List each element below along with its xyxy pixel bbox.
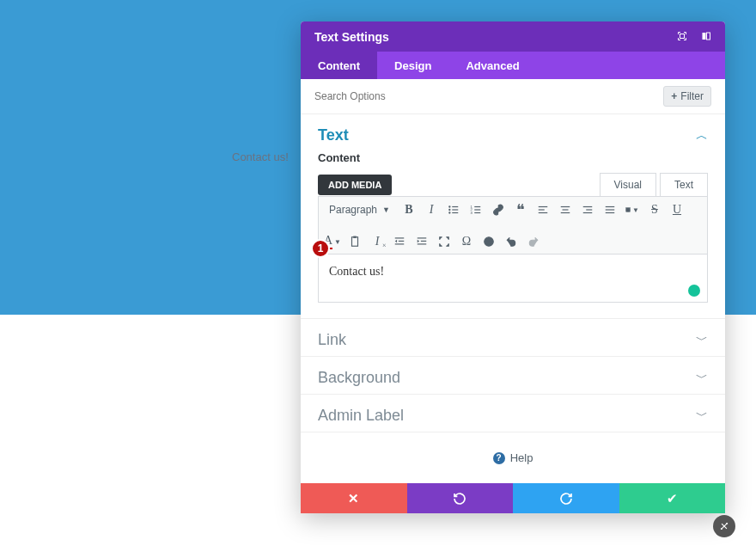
save-button[interactable]: ✔	[619, 483, 726, 513]
svg-rect-20	[561, 212, 570, 213]
undo-big-icon	[453, 492, 466, 506]
caret-down-icon: ▼	[382, 205, 390, 214]
section-text-header[interactable]: Text ︿	[301, 114, 725, 151]
svg-rect-24	[606, 206, 615, 207]
modal-header: Text Settings	[301, 21, 725, 52]
svg-rect-12	[474, 209, 480, 210]
svg-rect-6	[452, 209, 458, 210]
strike-icon[interactable]: S	[648, 203, 662, 217]
special-char-icon[interactable]: Ω	[460, 235, 473, 248]
format-label: Paragraph	[329, 204, 377, 216]
svg-rect-18	[561, 206, 570, 207]
svg-rect-17	[539, 212, 548, 213]
svg-rect-26	[606, 212, 615, 213]
svg-rect-31	[353, 236, 357, 238]
editor-top: ADD MEDIA Visual Text	[318, 173, 708, 196]
italic-icon[interactable]: I	[424, 203, 438, 217]
svg-rect-14	[474, 212, 480, 213]
snap-icon[interactable]	[701, 29, 711, 45]
filter-button[interactable]: + Filter	[663, 86, 711, 107]
bold-icon[interactable]: B	[402, 203, 416, 217]
svg-rect-37	[421, 241, 426, 242]
redo-icon[interactable]	[527, 235, 540, 248]
editor-body[interactable]: Contact us!	[318, 254, 708, 303]
help-icon: ?	[493, 452, 505, 464]
svg-rect-38	[418, 243, 427, 244]
paste-text-icon[interactable]	[348, 235, 362, 248]
svg-rect-0	[680, 34, 685, 38]
svg-point-40	[485, 237, 494, 247]
editor-body-text: Contact us!	[329, 265, 384, 278]
svg-rect-36	[418, 237, 427, 238]
table-icon[interactable]: ▼	[625, 203, 639, 217]
grammarly-icon[interactable]	[688, 285, 700, 297]
tab-advanced[interactable]: Advanced	[448, 52, 536, 79]
section-link-header[interactable]: Link ﹀	[301, 319, 725, 356]
text-settings-modal: Text Settings Content Design Advanced + …	[301, 21, 725, 513]
outdent-icon[interactable]	[393, 235, 406, 248]
undo-icon[interactable]	[504, 235, 518, 248]
svg-point-41	[487, 240, 488, 241]
svg-rect-8	[452, 212, 458, 213]
svg-point-3	[448, 205, 450, 207]
align-justify-icon[interactable]	[603, 203, 617, 217]
svg-rect-1	[703, 33, 706, 40]
resize-handle[interactable]	[713, 515, 735, 537]
chevron-down-icon: ﹀	[696, 371, 708, 386]
tab-design[interactable]: Design	[377, 52, 448, 79]
section-admin-label-header[interactable]: Admin Label ﹀	[301, 395, 725, 432]
close-icon: ✕	[348, 491, 359, 506]
align-center-icon[interactable]	[558, 203, 572, 217]
svg-point-42	[490, 240, 491, 241]
svg-rect-16	[539, 209, 545, 210]
quote-icon[interactable]: ❝	[514, 203, 527, 217]
section-admin-label-title: Admin Label	[318, 407, 404, 425]
chevron-up-icon: ︿	[696, 128, 708, 144]
indent-icon[interactable]	[415, 235, 429, 248]
format-select[interactable]: Paragraph ▼	[326, 202, 393, 218]
svg-rect-22	[586, 209, 592, 210]
svg-rect-30	[352, 237, 358, 247]
svg-rect-32	[395, 237, 405, 238]
align-right-icon[interactable]	[581, 203, 594, 217]
svg-rect-23	[583, 212, 593, 213]
section-background-title: Background	[318, 369, 400, 387]
bullet-list-icon[interactable]	[447, 203, 460, 217]
editor-wrap: ADD MEDIA Visual Text Paragraph ▼ B I 12…	[301, 173, 725, 318]
help-row[interactable]: ? Help	[301, 432, 725, 483]
svg-marker-35	[395, 240, 397, 243]
resize-icon	[718, 520, 730, 532]
svg-rect-2	[707, 33, 710, 40]
tab-bar: Content Design Advanced	[301, 52, 725, 79]
header-controls	[677, 29, 711, 45]
undo-button[interactable]	[407, 483, 514, 513]
svg-rect-34	[395, 243, 405, 244]
section-background-header[interactable]: Background ﹀	[301, 357, 725, 394]
cancel-button[interactable]: ✕	[301, 483, 407, 513]
chevron-down-icon: ﹀	[696, 408, 708, 424]
add-media-button[interactable]: ADD MEDIA	[318, 175, 392, 195]
link-icon[interactable]	[491, 203, 505, 217]
expand-icon[interactable]	[677, 29, 687, 45]
search-input[interactable]	[314, 90, 486, 102]
svg-rect-10	[474, 206, 480, 207]
svg-point-7	[448, 212, 450, 213]
number-list-icon[interactable]: 123	[469, 203, 483, 217]
editor-tab-visual[interactable]: Visual	[600, 173, 656, 196]
redo-button[interactable]	[513, 483, 619, 513]
content-label: Content	[301, 151, 725, 173]
svg-rect-15	[539, 206, 548, 207]
underline-icon[interactable]: U	[670, 203, 684, 217]
emoji-icon[interactable]	[482, 235, 496, 248]
editor-tabs: Visual Text	[600, 173, 708, 196]
align-left-icon[interactable]	[536, 203, 550, 217]
svg-rect-33	[399, 241, 404, 242]
editor-tab-text[interactable]: Text	[660, 173, 708, 196]
section-text-title: Text	[318, 126, 349, 144]
tab-content[interactable]: Content	[301, 52, 377, 79]
editor-toolbar: Paragraph ▼ B I 123 ❝ ▼ S U A▼ I× Ω	[318, 196, 708, 254]
clear-format-icon[interactable]: I×	[370, 235, 384, 248]
fullscreen-icon[interactable]	[437, 235, 451, 248]
check-icon: ✔	[667, 491, 678, 506]
modal-title: Text Settings	[314, 30, 389, 44]
